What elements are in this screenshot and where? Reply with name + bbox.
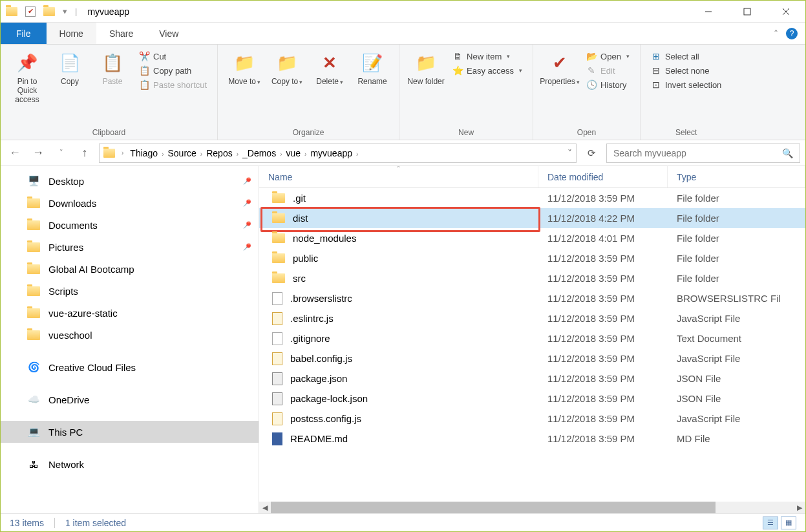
details-view-button[interactable]: ☰ (763, 516, 778, 529)
sidebar-item[interactable]: Global AI Bootcamp (1, 258, 259, 280)
pin-quick-access-button[interactable]: 📌 Pin to Quick access (7, 48, 47, 125)
move-to-button[interactable]: 📁 Move to▾ (224, 48, 264, 125)
properties-button[interactable]: ✔ Properties▾ (540, 48, 580, 125)
qat-overflow-icon[interactable]: ▾ (63, 6, 67, 16)
invert-selection-button[interactable]: ⊡Invert selection (651, 80, 721, 90)
breadcrumb-item[interactable]: Source (165, 148, 199, 158)
sidebar-item[interactable]: ☁️OneDrive (1, 388, 259, 410)
paste-button[interactable]: 📋 Paste (92, 48, 133, 125)
chevron-right-icon[interactable]: › (279, 151, 283, 158)
delete-button[interactable]: ✕ Delete▾ (310, 48, 350, 125)
file-row[interactable]: .eslintrc.js11/12/2018 3:59 PMJavaScript… (259, 308, 805, 328)
file-row[interactable]: .git11/12/2018 3:59 PMFile folder (259, 188, 805, 208)
scroll-right-icon[interactable]: ▶ (794, 504, 805, 512)
column-type[interactable]: Type (668, 166, 805, 187)
sidebar-item[interactable]: Scripts (1, 280, 259, 302)
sidebar-item[interactable]: Documents📍 (1, 214, 259, 236)
file-row[interactable]: babel.config.js11/12/2018 3:59 PMJavaScr… (259, 348, 805, 368)
thumbnails-view-button[interactable]: ▦ (781, 516, 796, 529)
open-button[interactable]: 📂Open▾ (586, 51, 630, 61)
sidebar-label: This PC (48, 427, 83, 438)
copy-path-button[interactable]: 📋Copy path (139, 65, 207, 76)
horizontal-scrollbar[interactable]: ◀ ▶ (259, 502, 805, 513)
copy-button[interactable]: 📄 Copy (50, 48, 90, 125)
collapse-ribbon-icon[interactable]: ˄ (774, 28, 778, 39)
file-row[interactable]: postcss.config.js11/12/2018 3:59 PMJavaS… (259, 409, 805, 429)
file-row[interactable]: .browserslistrc11/12/2018 3:59 PMBROWSER… (259, 288, 805, 308)
sidebar-item[interactable]: Pictures📍 (1, 236, 259, 258)
file-type: JavaScript File (668, 413, 805, 424)
chevron-right-icon[interactable]: › (160, 151, 165, 158)
breadcrumb-item[interactable]: Thiago (127, 148, 160, 158)
pin-icon: 📍 (240, 196, 254, 210)
close-button[interactable] (767, 1, 805, 23)
minimize-button[interactable] (689, 1, 728, 23)
navbar: ← → ˅ ↑ › Thiago›Source›Repos›_Demos›vue… (1, 140, 805, 166)
maximize-button[interactable] (728, 1, 767, 23)
breadcrumb-item[interactable]: vue (284, 148, 304, 158)
history-button[interactable]: 🕓History (586, 80, 630, 90)
sidebar-item[interactable]: 🌀Creative Cloud Files (1, 356, 259, 378)
recent-locations-button[interactable]: ˅ (52, 144, 70, 162)
file-row[interactable]: README.md11/12/2018 3:59 PMMD File (259, 429, 805, 449)
paste-shortcut-button[interactable]: 📋Paste shortcut (139, 80, 207, 90)
breadcrumb-item[interactable]: _Demos (240, 148, 279, 158)
chevron-right-icon[interactable]: › (120, 149, 125, 156)
copy-to-icon: 📁 (275, 51, 299, 74)
file-date: 11/12/2018 3:59 PM (538, 433, 668, 444)
scroll-thumb[interactable] (271, 502, 716, 513)
file-row[interactable]: package-lock.json11/12/2018 3:59 PMJSON … (259, 388, 805, 409)
file-menu[interactable]: File (1, 23, 47, 44)
file-row[interactable]: dist11/12/2018 4:22 PMFile folder (259, 208, 805, 228)
file-name: src (293, 273, 306, 284)
search-input[interactable]: Search myvueapp 🔍 (606, 144, 800, 163)
refresh-button[interactable]: ⟳ (582, 144, 601, 163)
chevron-right-icon[interactable]: › (235, 151, 240, 158)
scroll-left-icon[interactable]: ◀ (259, 504, 271, 512)
file-list: .git11/12/2018 3:59 PMFile folderdist11/… (259, 188, 805, 502)
select-all-button[interactable]: ⊞Select all (651, 51, 721, 61)
help-icon[interactable]: ? (786, 28, 798, 39)
file-row[interactable]: node_modules11/12/2018 4:01 PMFile folde… (259, 228, 805, 248)
address-dropdown-icon[interactable]: ˅ (567, 148, 572, 158)
sidebar-item[interactable]: vueschool (1, 324, 259, 346)
breadcrumb-item[interactable]: myvueapp (308, 148, 355, 158)
folder-icon (272, 273, 285, 283)
forward-button[interactable]: → (29, 144, 47, 162)
copy-to-button[interactable]: 📁 Copy to▾ (267, 48, 307, 125)
tab-home[interactable]: Home (47, 23, 96, 44)
file-type: Text Document (668, 333, 805, 344)
label: New item (467, 52, 502, 61)
file-date: 11/12/2018 3:59 PM (538, 273, 668, 284)
select-none-button[interactable]: ⊟Select none (651, 65, 721, 76)
label: Rename (357, 77, 387, 86)
rename-button[interactable]: 📝 Rename (352, 48, 392, 125)
file-row[interactable]: src11/12/2018 3:59 PMFile folder (259, 268, 805, 288)
easy-access-button[interactable]: ⭐Easy access▾ (452, 65, 522, 76)
sidebar-item[interactable]: Downloads📍 (1, 192, 259, 214)
back-button[interactable]: ← (6, 144, 24, 162)
sidebar-item[interactable]: 💻This PC (1, 421, 259, 443)
chevron-right-icon[interactable]: › (355, 151, 359, 158)
edit-button[interactable]: ✎Edit (586, 65, 630, 76)
file-row[interactable]: package.json11/12/2018 3:59 PMJSON File (259, 368, 805, 388)
address-bar[interactable]: › Thiago›Source›Repos›_Demos›vue›myvueap… (99, 144, 577, 163)
up-button[interactable]: ↑ (76, 144, 94, 162)
tab-share[interactable]: Share (96, 23, 146, 44)
sidebar-item[interactable]: 🖧Network (1, 453, 259, 475)
tab-view[interactable]: View (146, 23, 191, 44)
cut-button[interactable]: ✂️Cut (139, 51, 207, 61)
sidebar-item[interactable]: 🖥️Desktop📍 (1, 170, 259, 192)
column-name[interactable]: ˄Name (259, 166, 538, 187)
folder-icon (27, 307, 41, 319)
breadcrumb-item[interactable]: Repos (204, 148, 235, 158)
file-row[interactable]: .gitignore11/12/2018 3:59 PMText Documen… (259, 328, 805, 348)
column-date[interactable]: Date modified (538, 166, 668, 187)
sidebar-item[interactable]: vue-azure-static (1, 302, 259, 324)
new-folder-button[interactable]: 📁 New folder (406, 48, 446, 125)
new-item-button[interactable]: 🗎New item▾ (452, 51, 522, 61)
file-date: 11/12/2018 4:01 PM (538, 233, 668, 244)
file-name: public (293, 253, 318, 264)
properties-qat-icon[interactable]: ✔ (25, 6, 36, 17)
file-row[interactable]: public11/12/2018 3:59 PMFile folder (259, 248, 805, 268)
